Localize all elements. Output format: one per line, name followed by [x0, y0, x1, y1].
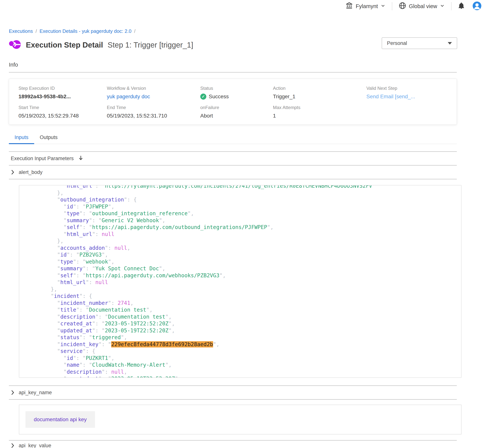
json-code-line: "updated_at": "2023-05-19T22:52:20Z", [25, 327, 461, 334]
info-field: Max Attempts1 [273, 105, 366, 119]
json-code-line: "self": "https://api.pagerduty.com/webho… [25, 272, 461, 279]
info-field-value: Trigger_1 [273, 94, 366, 100]
json-code-line: "accounts_addon": null, [25, 245, 461, 252]
info-field-value: Abort [200, 113, 273, 119]
chevron-down-icon [440, 3, 445, 9]
info-field-label: Workflow & Version [107, 86, 200, 91]
breadcrumb-separator: / [134, 28, 135, 34]
json-code-line: "created_at": "2023-05-19T22:52:20Z", [25, 320, 461, 327]
param-name: alert_body [19, 169, 42, 175]
caret-down-icon [448, 42, 452, 45]
globe-icon [399, 2, 406, 11]
json-code-line: }, [25, 286, 461, 293]
chevron-right-icon [11, 390, 15, 396]
json-code-line: "outbound_integration": { [25, 196, 461, 203]
json-code-line: "incident": { [25, 293, 461, 300]
json-code-line: "id": "PZB2VG3", [25, 251, 461, 258]
org-switcher[interactable]: Fylamynt [345, 2, 385, 11]
tab-bar: InputsOutputs [9, 135, 457, 144]
info-card: Step Execution ID18992a43-9538-4b2...Wor… [9, 79, 457, 125]
info-field-label: Valid Next Step [366, 86, 447, 91]
workflow-brand-icon [9, 39, 21, 51]
notifications-button[interactable] [458, 2, 465, 10]
divider [9, 72, 457, 73]
json-code-line: "html_url": null [25, 279, 461, 286]
info-field-label: Max Attempts [273, 105, 366, 110]
json-code-line: "type": "outbound_integration_reference"… [25, 210, 461, 217]
tab-inputs[interactable]: Inputs [9, 135, 34, 144]
info-field: Valid Next StepSend Email [send_... [366, 86, 447, 100]
topbar-divider [451, 2, 452, 10]
info-field-label: End Time [107, 105, 200, 110]
json-code-line: "created_at": "2023-05-19T22:52:20Z", [25, 375, 461, 378]
divider [9, 399, 457, 400]
json-code-line: "incident_number": 2741, [25, 300, 461, 307]
param-expander-api-key-value[interactable]: api_key_value [9, 441, 457, 448]
alert-body-json-viewer[interactable]: "html_url": "https://fylamynt.pagerduty.… [19, 185, 462, 378]
info-field-value: 18992a43-9538-4b2... [18, 94, 107, 100]
json-code-line: "html_url": null [25, 231, 461, 238]
info-field: StatusSuccess [200, 86, 273, 100]
json-code-line: }, [25, 238, 461, 245]
json-code-line: "status": "triggered", [25, 334, 461, 341]
json-code-line: "description": "Documentation test", [25, 313, 461, 320]
download-icon[interactable] [78, 155, 84, 162]
chevron-down-icon [381, 3, 385, 9]
info-field-label: Action [273, 86, 366, 91]
info-field-value[interactable]: yuk pagerduty doc [107, 94, 200, 100]
params-header-label: Execution Input Parameters [11, 156, 74, 161]
json-code-line: "summary": "Yuk Spot Connect Doc", [25, 265, 461, 272]
info-field: End Time05/19/2023, 15:52:31.710 [107, 105, 200, 119]
breadcrumb: Executions/Execution Details - yuk pager… [9, 28, 487, 34]
param-name: api_key_value [19, 443, 51, 448]
breadcrumb-link[interactable]: Executions [9, 28, 33, 34]
json-code-line: "type": "webhook", [25, 258, 461, 265]
json-code-line: "summary": "Generic V2 Webhook", [25, 217, 461, 224]
bell-icon [458, 2, 465, 10]
json-code-line: }, [25, 190, 461, 197]
json-code-line: "name": "CloudWatch-Memory-Alert", [25, 362, 461, 368]
api-key-name-chip: documentation api key [25, 411, 95, 428]
param-expander-alert-body[interactable]: alert_body [9, 166, 457, 179]
info-field: Workflow & Versionyuk pagerduty doc [107, 86, 200, 100]
org-label: Fylamynt [356, 3, 378, 9]
info-field: ActionTrigger_1 [273, 86, 366, 100]
info-field-label: Step Execution ID [18, 86, 107, 91]
json-code-line: "id": "PUZKRT1", [25, 355, 461, 362]
param-expander-api-key-name[interactable]: api_key_name [9, 386, 457, 399]
json-code-line: "incident_key": "229efec8feda44778d3fe69… [25, 341, 461, 348]
info-field: Step Execution ID18992a43-9538-4b2... [18, 86, 107, 100]
json-code-line: "self": "https://api.pagerduty.com/outbo… [25, 224, 461, 231]
chevron-right-icon [11, 442, 15, 448]
param-name: api_key_name [19, 390, 52, 396]
json-code-line: "service": { [25, 348, 461, 355]
scope-select[interactable]: Personal [382, 37, 457, 49]
breadcrumb-separator: / [35, 28, 37, 34]
info-field-value: 05/19/2023, 15:52:31.710 [107, 113, 200, 119]
top-bar: Fylamynt Global view [0, 0, 487, 12]
info-field-label: onFailure [200, 105, 273, 110]
json-code-line: "description": null, [25, 368, 461, 376]
divider [9, 179, 457, 179]
json-code-line: "id": "PJFWPEP", [25, 203, 461, 210]
view-switcher[interactable]: Global view [399, 2, 445, 11]
info-field-value: 1 [273, 113, 366, 119]
avatar-icon [473, 1, 481, 11]
info-field-label: Status [200, 86, 273, 91]
info-heading: Info [9, 62, 457, 68]
breadcrumb-link[interactable]: Execution Details - yuk pagerduty doc: 2… [40, 28, 131, 34]
tab-outputs[interactable]: Outputs [34, 135, 64, 144]
json-code: "html_url": "https://fylamynt.pagerduty.… [19, 185, 461, 378]
topbar-divider [392, 2, 392, 10]
user-menu-button[interactable] [473, 1, 481, 11]
execution-input-parameters-header[interactable]: Execution Input Parameters [9, 152, 457, 165]
info-field-value[interactable]: Send Email [send_... [366, 94, 447, 100]
info-field-label: Start Time [18, 105, 107, 110]
chevron-right-icon [11, 169, 15, 175]
info-field: Start Time05/19/2023, 15:52:29.748 [18, 105, 107, 119]
bank-icon [345, 2, 353, 11]
info-field-value: Success [200, 94, 273, 100]
api-key-name-value-box: documentation api key [19, 405, 462, 434]
json-code-line: "html_url": "https://fylamynt.pagerduty.… [25, 185, 461, 190]
info-grid: Step Execution ID18992a43-9538-4b2...Wor… [18, 86, 447, 119]
